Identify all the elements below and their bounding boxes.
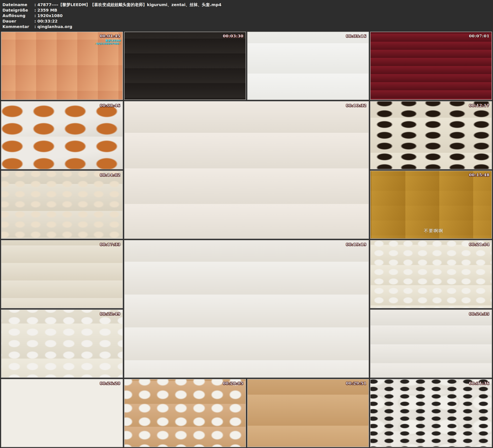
metadata-header: Dateiname:47877----【黎梦LEEDM】【喜欢变成娃娃戴头套的老… <box>0 0 493 31</box>
meta-row-resolution: Auflösung:1920x1080 <box>2 13 490 19</box>
timestamp-badge: 00:15:48 <box>469 173 490 177</box>
video-thumbnail: 00:29:51 <box>247 379 369 447</box>
video-thumbnail: 00:24:35 <box>370 310 492 378</box>
watermark-name: 黎梦LEEDM <box>94 39 121 42</box>
timestamp-badge: 00:19:19 <box>346 242 367 246</box>
meta-colon: : <box>33 19 37 24</box>
subtitle-text: 不要啊啊 <box>424 228 443 234</box>
video-thumbnail-large: 00:19:19 <box>124 240 369 378</box>
timestamp-badge: 00:12:17 <box>469 103 490 108</box>
watermark-qq: ⚡QQ3108807488⚡ <box>94 42 121 45</box>
contact-sheet: Dateiname:47877----【黎梦LEEDM】【喜欢变成娃娃戴头套的老… <box>0 0 493 448</box>
meta-label: Dateiname <box>2 2 33 8</box>
meta-label: Dauer <box>2 19 33 24</box>
meta-row-filename: Dateiname:47877----【黎梦LEEDM】【喜欢变成娃娃戴头套的老… <box>2 2 490 8</box>
timestamp-badge: 00:08:46 <box>100 103 120 108</box>
meta-colon: : <box>33 24 37 29</box>
timestamp-badge: 00:22:49 <box>100 312 120 316</box>
meta-label: Kommentar <box>2 24 33 29</box>
timestamp-badge: 00:21:04 <box>469 242 490 246</box>
timestamp-badge: 00:10:32 <box>346 103 367 108</box>
meta-colon: : <box>33 2 37 8</box>
video-thumbnail: 00:22:49 <box>1 310 123 378</box>
meta-value-filename: 47877----【黎梦LEEDM】【喜欢变成娃娃戴头套的老师】kigurumi… <box>37 2 490 8</box>
meta-value-filesize: 2359 MB <box>37 8 490 13</box>
spark-icon: ⚡ <box>119 42 121 45</box>
timestamp-badge: 00:29:51 <box>346 381 367 385</box>
timestamp-badge: 00:17:33 <box>100 242 120 246</box>
timestamp-badge: 00:28:05 <box>223 381 243 385</box>
timestamp-badge: 00:31:36 <box>469 381 490 385</box>
video-thumbnail: 00:26:20 <box>1 379 123 447</box>
meta-value-resolution: 1920x1080 <box>37 13 490 19</box>
timestamp-badge: 00:26:20 <box>100 381 120 385</box>
timestamp-badge: 00:14:02 <box>100 173 120 177</box>
video-thumbnail: 00:08:46 <box>1 101 123 169</box>
timestamp-badge: 00:05:16 <box>346 34 367 38</box>
spark-icon: ⚡ <box>94 42 96 45</box>
meta-colon: : <box>33 8 37 13</box>
video-thumbnail: 00:31:36 <box>370 379 492 447</box>
meta-row-duration: Dauer:00:33:22 <box>2 19 490 24</box>
timestamp-badge: 00:24:35 <box>469 312 490 316</box>
meta-colon: : <box>33 13 37 19</box>
watermark: 黎梦LEEDM ⚡QQ3108807488⚡ <box>94 39 121 45</box>
timestamp-badge: 00:01:45 <box>100 34 120 38</box>
video-thumbnail: 00:12:17 <box>370 101 492 169</box>
video-thumbnail: 00:28:05 <box>124 379 246 447</box>
meta-value-comment: qinglanhua.org <box>37 24 490 29</box>
timestamp-badge: 00:07:01 <box>469 34 490 38</box>
meta-label: Auflösung <box>2 13 33 19</box>
video-thumbnail: 00:17:33 <box>1 240 123 308</box>
video-thumbnail: 00:15:48 不要啊啊 <box>370 171 492 239</box>
meta-row-comment: Kommentar:qinglanhua.org <box>2 24 490 29</box>
video-thumbnail: 00:21:04 <box>370 240 492 308</box>
video-thumbnail: 00:14:02 <box>1 171 123 239</box>
video-thumbnail: 00:05:16 <box>247 32 369 100</box>
thumbnail-grid: 00:01:45 黎梦LEEDM ⚡QQ3108807488⚡ 00:03:30… <box>0 31 493 448</box>
meta-value-duration: 00:33:22 <box>37 19 490 24</box>
timestamp-badge: 00:03:30 <box>223 34 243 38</box>
video-thumbnail: 00:07:01 <box>370 32 492 100</box>
video-thumbnail: 00:03:30 <box>124 32 246 100</box>
video-thumbnail: 00:01:45 黎梦LEEDM ⚡QQ3108807488⚡ <box>1 32 123 100</box>
video-thumbnail-large: 00:10:32 <box>124 101 369 239</box>
meta-label: Dateigröße <box>2 8 33 13</box>
meta-row-filesize: Dateigröße:2359 MB <box>2 8 490 13</box>
